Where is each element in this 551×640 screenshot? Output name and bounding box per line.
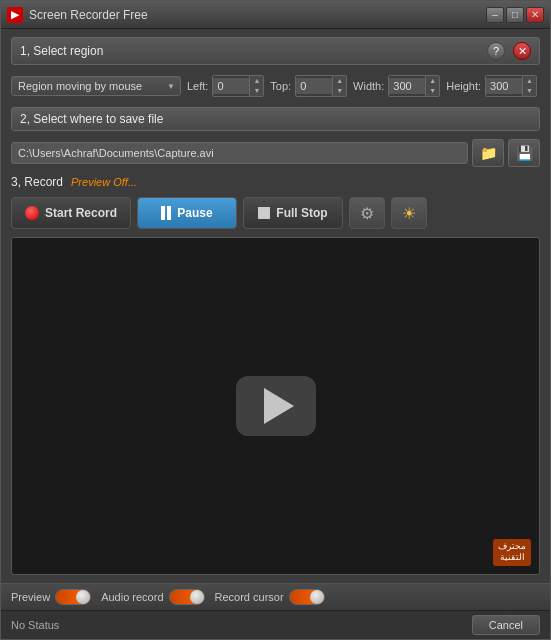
top-spin-down[interactable]: ▼ <box>333 86 346 96</box>
bottom-bar: Preview Audio record Record cursor <box>1 583 550 610</box>
record-cursor-toggle-group: Record cursor <box>215 589 325 605</box>
main-content: 1, Select region ? ✕ Region moving by mo… <box>1 29 550 583</box>
settings-icon: ⚙ <box>360 204 374 223</box>
height-input[interactable] <box>486 78 522 94</box>
audio-record-toggle-group: Audio record <box>101 589 204 605</box>
height-spin: ▲ ▼ <box>522 76 536 96</box>
top-input-wrap: ▲ ▼ <box>295 75 347 97</box>
pause-button[interactable]: Pause <box>137 197 237 229</box>
help-button[interactable]: ? <box>487 42 505 60</box>
width-spin-down[interactable]: ▼ <box>426 86 439 96</box>
height-spin-down[interactable]: ▼ <box>523 86 536 96</box>
watermark: محترف التقنية <box>493 539 531 566</box>
pause-bar-right <box>167 206 171 220</box>
width-coord-group: Width: ▲ ▼ <box>353 75 440 97</box>
pause-label: Pause <box>177 206 212 220</box>
audio-record-label: Audio record <box>101 591 163 603</box>
preview-label: Preview <box>11 591 50 603</box>
audio-knob <box>190 590 204 604</box>
play-button[interactable] <box>236 376 316 436</box>
pause-bar-left <box>161 206 165 220</box>
brightness-icon: ☀ <box>402 204 416 223</box>
width-input[interactable] <box>389 78 425 94</box>
close-button[interactable]: ✕ <box>526 7 544 23</box>
file-path-input[interactable] <box>11 142 468 164</box>
main-window: ▶ Screen Recorder Free – □ ✕ 1, Select r… <box>0 0 551 640</box>
start-record-button[interactable]: Start Record <box>11 197 131 229</box>
maximize-button[interactable]: □ <box>506 7 524 23</box>
status-footer: No Status Cancel <box>1 610 550 639</box>
preview-toggle[interactable] <box>55 589 91 605</box>
cursor-knob <box>310 590 324 604</box>
top-coord-group: Top: ▲ ▼ <box>270 75 347 97</box>
section1-label: 1, Select region <box>20 44 103 58</box>
preview-toggle-group: Preview <box>11 589 91 605</box>
pause-icon <box>161 206 171 220</box>
region-select[interactable]: Region moving by mouse <box>11 76 181 96</box>
left-input-wrap: ▲ ▼ <box>212 75 264 97</box>
start-record-label: Start Record <box>45 206 117 220</box>
save-button[interactable]: 💾 <box>508 139 540 167</box>
cancel-button[interactable]: Cancel <box>472 615 540 635</box>
record-cursor-toggle[interactable] <box>289 589 325 605</box>
top-input[interactable] <box>296 78 332 94</box>
stop-icon <box>258 207 270 219</box>
record-dot-icon <box>25 206 39 220</box>
save-icon: 💾 <box>516 145 533 161</box>
width-spin: ▲ ▼ <box>425 76 439 96</box>
browse-folder-button[interactable]: 📁 <box>472 139 504 167</box>
audio-record-toggle[interactable] <box>169 589 205 605</box>
brightness-button[interactable]: ☀ <box>391 197 427 229</box>
file-row: 📁 💾 <box>11 139 540 167</box>
width-input-wrap: ▲ ▼ <box>388 75 440 97</box>
height-input-wrap: ▲ ▼ <box>485 75 537 97</box>
section3-header: 3, Record Preview Off... <box>11 175 540 189</box>
top-spin: ▲ ▼ <box>332 76 346 96</box>
left-spin: ▲ ▼ <box>249 76 263 96</box>
height-label: Height: <box>446 80 481 92</box>
width-spin-up[interactable]: ▲ <box>426 76 439 86</box>
preview-area: محترف التقنية <box>11 237 540 575</box>
status-text: No Status <box>11 619 59 631</box>
window-controls: – □ ✕ <box>486 7 544 23</box>
title-bar: ▶ Screen Recorder Free – □ ✕ <box>1 1 550 29</box>
width-label: Width: <box>353 80 384 92</box>
section2-label: 2, Select where to save file <box>20 112 163 126</box>
top-label: Top: <box>270 80 291 92</box>
section1-header: 1, Select region ? ✕ <box>11 37 540 65</box>
preview-knob <box>76 590 90 604</box>
record-cursor-label: Record cursor <box>215 591 284 603</box>
height-coord-group: Height: ▲ ▼ <box>446 75 537 97</box>
left-label: Left: <box>187 80 208 92</box>
height-spin-up[interactable]: ▲ <box>523 76 536 86</box>
record-buttons-row: Start Record Pause Full Stop ⚙ ☀ <box>11 197 540 229</box>
folder-icon: 📁 <box>480 145 497 161</box>
top-spin-up[interactable]: ▲ <box>333 76 346 86</box>
window-title: Screen Recorder Free <box>29 8 486 22</box>
left-coord-group: Left: ▲ ▼ <box>187 75 264 97</box>
play-triangle-icon <box>264 388 294 424</box>
section2-header: 2, Select where to save file <box>11 107 540 131</box>
section1-controls: ? ✕ <box>487 42 531 60</box>
left-spin-down[interactable]: ▼ <box>250 86 263 96</box>
section1-close-button[interactable]: ✕ <box>513 42 531 60</box>
section3-label: 3, Record <box>11 175 63 189</box>
settings-button[interactable]: ⚙ <box>349 197 385 229</box>
app-icon: ▶ <box>7 7 23 23</box>
full-stop-button[interactable]: Full Stop <box>243 197 343 229</box>
watermark-line2: التقنية <box>498 552 526 564</box>
preview-status: Preview Off... <box>71 176 137 188</box>
region-row: Region moving by mouse Left: ▲ ▼ Top: <box>11 73 540 99</box>
watermark-line1: محترف <box>498 541 526 553</box>
region-select-wrapper: Region moving by mouse <box>11 76 181 96</box>
full-stop-label: Full Stop <box>276 206 327 220</box>
left-spin-up[interactable]: ▲ <box>250 76 263 86</box>
minimize-button[interactable]: – <box>486 7 504 23</box>
left-input[interactable] <box>213 78 249 94</box>
